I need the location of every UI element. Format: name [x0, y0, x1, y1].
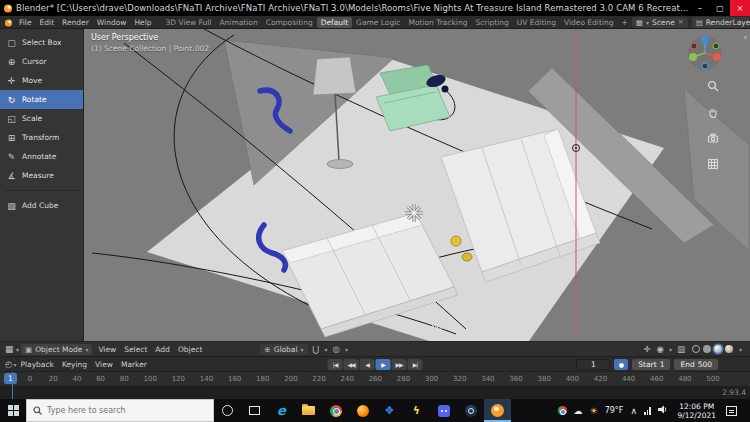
- steam-button[interactable]: [457, 399, 484, 422]
- action-center-icon[interactable]: [726, 406, 737, 416]
- tool-button[interactable]: ⊕ Cursor: [0, 52, 83, 71]
- taskbar-search[interactable]: [26, 399, 214, 422]
- viewport-menu-item[interactable]: View: [94, 345, 120, 354]
- tool-button[interactable]: ▧ Add Cube: [0, 196, 83, 215]
- menu-item[interactable]: Help: [130, 18, 155, 27]
- tool-button[interactable]: ↻ Rotate: [0, 90, 83, 109]
- menu-item[interactable]: Window: [93, 18, 131, 27]
- menu-item[interactable]: Render: [58, 18, 93, 27]
- task-view-button[interactable]: [241, 399, 268, 422]
- viewport-menu-item[interactable]: Object: [174, 345, 206, 354]
- workspace-tab[interactable]: Default: [317, 17, 352, 28]
- viewport-menu-item[interactable]: Select: [120, 345, 151, 354]
- dropbox-button[interactable]: ❖: [376, 399, 403, 422]
- timeline-menu-item[interactable]: Playback: [16, 360, 57, 369]
- tool-button[interactable]: ▢ Select Box: [0, 33, 83, 52]
- blender-menu-icon[interactable]: [2, 18, 15, 27]
- tool-button[interactable]: ✎ Annotate: [0, 147, 83, 166]
- viewport-menu-item[interactable]: Add: [151, 345, 174, 354]
- tool-icon: ⊞: [6, 133, 17, 143]
- timeline-menu-item[interactable]: Marker: [117, 360, 151, 369]
- rendered-shading-icon[interactable]: [725, 345, 733, 353]
- cortana-button[interactable]: [214, 399, 241, 422]
- close-button[interactable]: ×: [730, 0, 750, 16]
- view-layer-selector[interactable]: ▤ RenderLayer ×: [692, 17, 750, 28]
- pan-hand-icon[interactable]: [707, 103, 719, 122]
- gizmo-toggle-icon[interactable]: ✛: [642, 344, 651, 354]
- onedrive-cloud-icon[interactable]: ☁: [574, 406, 583, 416]
- frame-start-field[interactable]: Start 1: [632, 359, 670, 370]
- transport-button[interactable]: ▶▶: [392, 359, 407, 370]
- material-shading-icon[interactable]: [714, 345, 722, 353]
- transport-button[interactable]: ▶: [376, 359, 391, 370]
- transport-button[interactable]: |◀: [328, 359, 343, 370]
- proportional-edit-icon[interactable]: ◎: [332, 344, 341, 354]
- chrome-button[interactable]: [322, 399, 349, 422]
- zoom-icon[interactable]: [707, 77, 719, 96]
- workspace-tab[interactable]: Scripting: [471, 17, 512, 28]
- transport-button[interactable]: ▶|: [408, 359, 423, 370]
- volume-icon[interactable]: [658, 405, 668, 416]
- tool-button[interactable]: ∡ Measure: [0, 166, 83, 185]
- wireframe-shading-icon[interactable]: [692, 345, 700, 353]
- search-input[interactable]: [47, 406, 197, 415]
- edge-button[interactable]: e: [268, 399, 295, 422]
- timeline-body[interactable]: 0204060801001201401601802002202402602803…: [0, 371, 750, 399]
- mode-dropdown[interactable]: ▣ Object Mode ▾: [21, 344, 92, 355]
- navigation-gizmo[interactable]: [686, 34, 724, 72]
- workspace-tab[interactable]: Animation: [215, 17, 261, 28]
- blender-taskbar-button[interactable]: [484, 399, 511, 422]
- chrome-tray-icon[interactable]: [558, 406, 567, 415]
- minimize-button[interactable]: –: [690, 0, 710, 16]
- workspace-tab[interactable]: Game Logic: [352, 17, 404, 28]
- yellow-prop-object[interactable]: [451, 236, 461, 246]
- timeline-menu-item[interactable]: View: [91, 360, 117, 369]
- toggle-projection-icon[interactable]: [707, 155, 719, 174]
- workspace-tab[interactable]: Motion Tracking: [404, 17, 471, 28]
- workspace-tab[interactable]: UV Editing: [513, 17, 560, 28]
- viewport-3d[interactable]: User Perspective (1) Scene Collection | …: [84, 29, 750, 341]
- sidebar-toggle-icon[interactable]: ‹: [743, 32, 747, 42]
- current-frame-field[interactable]: 1: [576, 359, 610, 370]
- workspace-tab[interactable]: Video Editing: [560, 17, 618, 28]
- workspace-tab[interactable]: +: [618, 17, 632, 28]
- solid-shading-icon[interactable]: [703, 345, 711, 353]
- overlays-icon[interactable]: ◉: [656, 344, 665, 354]
- workspace-tab[interactable]: Compositing: [262, 17, 317, 28]
- scene-selector[interactable]: ▦ ▾ Scene ×: [632, 17, 688, 28]
- yellow-prop-object-2[interactable]: [462, 253, 472, 261]
- maximize-button[interactable]: ▢: [710, 0, 730, 16]
- firefox-button[interactable]: [349, 399, 376, 422]
- xray-toggle-icon[interactable]: ▥: [676, 344, 686, 354]
- tool-button[interactable]: ✛ Move: [0, 71, 83, 90]
- taskbar-clock[interactable]: 12:06 PM 9/12/2021: [675, 402, 719, 420]
- menu-item[interactable]: File: [15, 18, 36, 27]
- discord-button[interactable]: [430, 399, 457, 422]
- start-button[interactable]: [0, 399, 26, 422]
- tray-expand-icon[interactable]: ∧: [630, 406, 637, 416]
- editor-type-icon[interactable]: ▦: [4, 344, 14, 354]
- weather-temp[interactable]: 79°F: [605, 406, 624, 415]
- scene-clear-icon[interactable]: ×: [678, 18, 684, 26]
- tool-button[interactable]: ◱ Scale: [0, 109, 83, 128]
- network-icon[interactable]: [644, 407, 651, 415]
- orientation-dropdown[interactable]: ⊕ Global ▾: [260, 344, 307, 355]
- workspace-tab[interactable]: 3D View Full: [161, 17, 215, 28]
- camera-view-icon[interactable]: [707, 129, 719, 148]
- tool-button[interactable]: ⊞ Transform: [0, 128, 83, 147]
- menu-item[interactable]: Edit: [36, 18, 59, 27]
- transport-button[interactable]: ◀◀: [344, 359, 359, 370]
- timeline-ruler[interactable]: 0204060801001201401601802002202402602803…: [0, 371, 750, 386]
- snap-magnet-icon[interactable]: ⋃: [312, 344, 321, 354]
- timeline-menu-item[interactable]: Keying: [58, 360, 91, 369]
- scene-breadcrumb: (1) Scene Collection | Point.002: [91, 44, 209, 54]
- file-explorer-button[interactable]: [295, 399, 322, 422]
- tool-label: Annotate: [22, 152, 56, 161]
- playhead-marker[interactable]: 1: [4, 373, 17, 384]
- frame-end-field[interactable]: End 500: [674, 359, 718, 370]
- shading-dropdown-icon[interactable]: ▾: [739, 346, 742, 353]
- auto-keying-button[interactable]: ●: [614, 359, 628, 370]
- transport-button[interactable]: ◀: [360, 359, 375, 370]
- timeline-editor-icon[interactable]: ◴: [4, 359, 13, 369]
- lightning-app-button[interactable]: ϟ: [403, 399, 430, 422]
